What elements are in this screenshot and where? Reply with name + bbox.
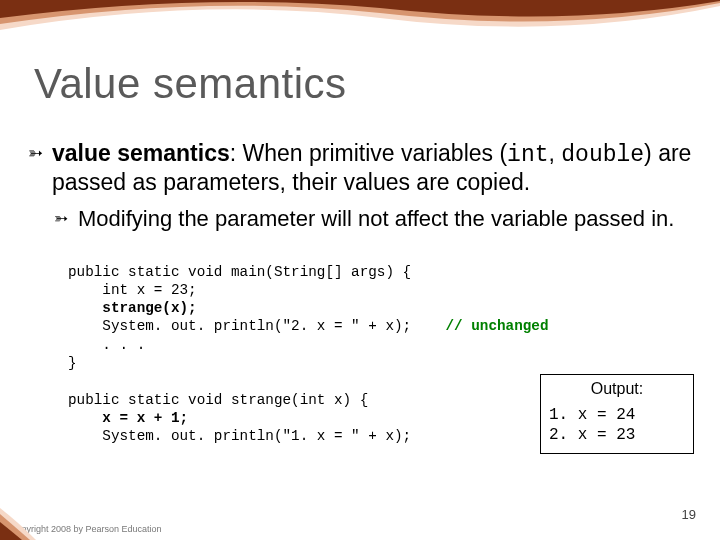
bullet-rest1: : When primitive variables (: [230, 140, 507, 166]
output-line: 1. x = 24: [549, 405, 685, 425]
bullet-rest2: ,: [549, 140, 562, 166]
bullet-main: ➳ value semantics: When primitive variab…: [28, 140, 700, 196]
code-line: x = x + 1;: [68, 410, 188, 426]
code-line: public static void main(String[] args) {: [68, 264, 411, 280]
page-number: 19: [682, 507, 696, 522]
code-line: System. out. println("2. x = " + x);: [68, 318, 411, 334]
code-line: strange(x);: [68, 300, 197, 316]
sub-bullet-text: Modifying the parameter will not affect …: [78, 206, 674, 231]
code-line: System. out. println("1. x = " + x);: [68, 428, 411, 444]
bullet-code2: double: [561, 142, 644, 168]
slide-title: Value semantics: [34, 60, 347, 108]
slide: Value semantics ➳ value semantics: When …: [0, 0, 720, 540]
sub-bullet-glyph-icon: ➳: [54, 209, 68, 229]
bullet-lead: value semantics: [52, 140, 230, 166]
output-header: Output:: [549, 379, 685, 399]
code-line: int x = 23;: [68, 282, 197, 298]
code-line: . . .: [68, 337, 145, 353]
code-line: }: [68, 355, 77, 371]
bottom-accent: [0, 504, 36, 540]
output-box: Output: 1. x = 24 2. x = 23: [540, 374, 694, 454]
bullet-glyph-icon: ➳: [28, 143, 43, 164]
code-line: public static void strange(int x) {: [68, 392, 368, 408]
bullet-code1: int: [507, 142, 548, 168]
top-accent: [0, 0, 720, 48]
code-comment: // unchanged: [411, 318, 548, 334]
output-line: 2. x = 23: [549, 425, 685, 445]
sub-bullet: ➳ Modifying the parameter will not affec…: [54, 206, 700, 232]
